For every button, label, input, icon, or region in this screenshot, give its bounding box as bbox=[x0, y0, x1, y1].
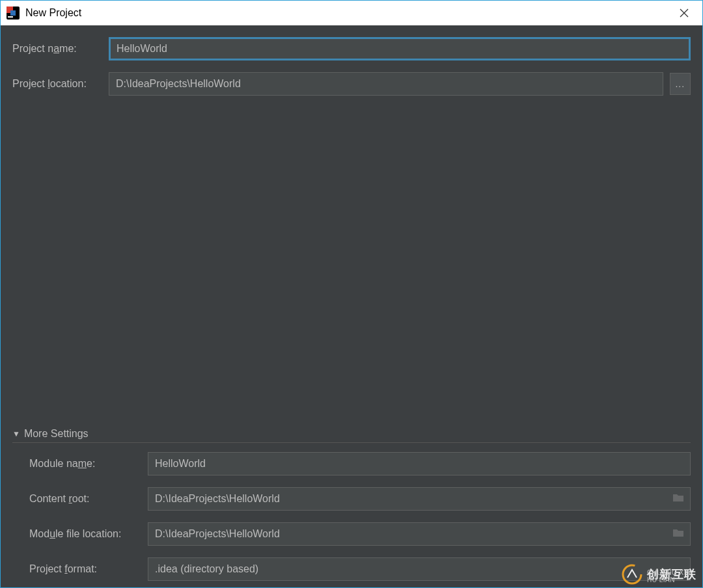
window-title: New Project bbox=[25, 7, 81, 19]
folder-icon[interactable] bbox=[672, 493, 684, 505]
intellij-icon bbox=[6, 6, 20, 20]
project-name-input[interactable] bbox=[109, 37, 691, 60]
svg-rect-2 bbox=[10, 10, 16, 16]
project-location-label: Project location: bbox=[12, 78, 109, 90]
watermark-subtext: CHUANG XIN HU LIAN bbox=[647, 569, 696, 583]
project-location-input[interactable] bbox=[109, 72, 663, 96]
module-file-location-input[interactable] bbox=[148, 522, 691, 546]
module-name-input[interactable] bbox=[148, 452, 691, 475]
browse-location-button[interactable]: ... bbox=[670, 73, 691, 95]
more-settings-toggle[interactable]: ▼ More Settings bbox=[12, 428, 691, 443]
module-name-label: Module name: bbox=[12, 458, 148, 470]
project-format-select[interactable] bbox=[148, 557, 691, 581]
project-name-label: Project name: bbox=[12, 43, 109, 55]
window-titlebar: New Project bbox=[1, 1, 702, 25]
folder-icon[interactable] bbox=[672, 528, 684, 540]
svg-point-6 bbox=[623, 565, 641, 583]
content-root-input[interactable] bbox=[148, 487, 691, 511]
watermark: 创新互联 CHUANG XIN HU LIAN bbox=[621, 563, 696, 585]
chevron-down-icon: ▼ bbox=[12, 429, 20, 438]
content-root-label: Content root: bbox=[12, 493, 148, 505]
dialog-content: Project name: Project location: ... ▼ Mo… bbox=[1, 25, 702, 587]
close-button[interactable] bbox=[671, 1, 697, 25]
project-format-label: Project format: bbox=[12, 563, 148, 575]
module-file-location-label: Module file location: bbox=[12, 528, 148, 540]
svg-rect-3 bbox=[8, 16, 13, 18]
more-settings-panel: Module name: Content root: Module file l… bbox=[12, 452, 691, 587]
